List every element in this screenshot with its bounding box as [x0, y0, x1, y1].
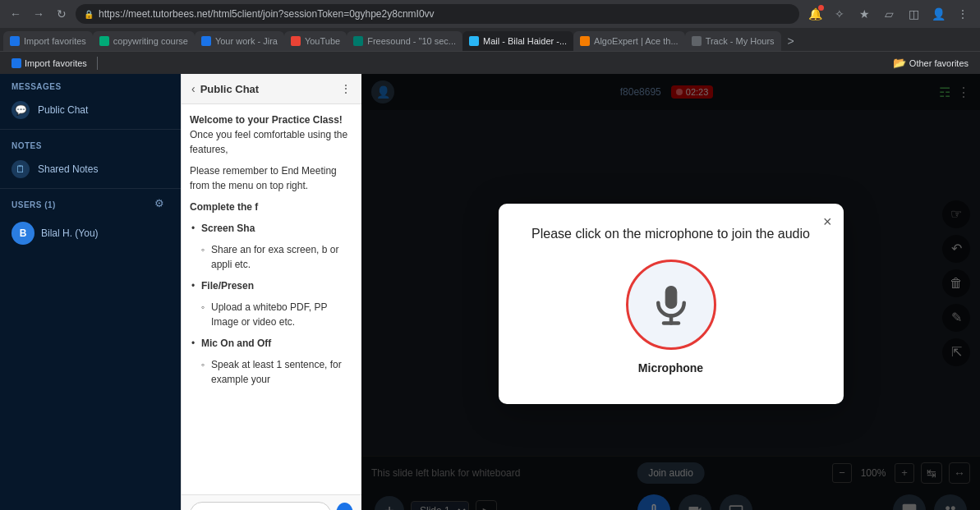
- sidebar-divider-2: [0, 188, 181, 189]
- other-favorites-label: Other favorites: [909, 58, 968, 68]
- tab-label-mail: Mail - Bilal Haider -...: [483, 36, 567, 46]
- lock-icon: 🔒: [84, 10, 94, 19]
- address-bar[interactable]: 🔒 https://meet.tutorbees.net/html5client…: [76, 4, 799, 24]
- tab-jira[interactable]: Your work - Jira: [195, 31, 284, 51]
- profiles-button[interactable]: 👤: [927, 3, 949, 25]
- other-favorites-folder[interactable]: 📂 Other favorites: [888, 55, 973, 71]
- modal-title-text: Please click on the microphone to join t…: [531, 227, 810, 241]
- microphone-label: Microphone: [638, 361, 703, 374]
- tab-favicon-copywriting: [99, 36, 109, 46]
- tab-favicon-freesound: [353, 36, 363, 46]
- tab-favicon-mail: [469, 36, 479, 46]
- chat-msg-screen: Screen Sha: [201, 221, 353, 236]
- chat-msg-file: File/Presen: [201, 278, 353, 293]
- public-chat-icon: 💬: [12, 101, 30, 119]
- tab-freesound[interactable]: Freesound - "10 sec...: [347, 31, 462, 51]
- bookmark-favicon-import: [12, 58, 21, 68]
- app-area: MESSAGES 💬 Public Chat NOTES 🗒 Shared No…: [0, 74, 980, 510]
- tabs-more-button[interactable]: >: [781, 31, 801, 51]
- chat-msg-endmeeting: Please remember to End Meeting from the …: [190, 163, 353, 193]
- chat-input-area: ➤: [182, 494, 361, 510]
- tab-algoexpert[interactable]: AlgoExpert | Ace th...: [573, 31, 685, 51]
- users-section-label: USERS (1): [12, 200, 56, 209]
- bookmark-star-button[interactable]: ★: [853, 3, 875, 25]
- chat-message-input[interactable]: [190, 502, 331, 510]
- microphone-circle-button[interactable]: [626, 260, 716, 350]
- chat-msg-mic: Mic On and Off: [201, 336, 353, 351]
- sidebar-divider-1: [0, 129, 181, 130]
- chat-msg-share: Share an for exa screen, b or appli etc.: [211, 242, 353, 272]
- tab-favicon-trackmyhours: [692, 36, 702, 46]
- tab-favicon-import: [10, 36, 20, 46]
- extensions-button[interactable]: ▱: [878, 3, 899, 25]
- chat-header-left: ‹ Public Chat: [191, 82, 259, 95]
- sidebar: MESSAGES 💬 Public Chat NOTES 🗒 Shared No…: [0, 74, 181, 510]
- chat-title: Public Chat: [200, 83, 260, 95]
- toolbar-icons: 🔔 ✧ ★ ▱ ◫ 👤 ⋮: [804, 3, 973, 25]
- more-options-button[interactable]: ⋮: [952, 3, 973, 25]
- tab-favicon-youtube: [291, 36, 301, 46]
- sidebar-item-public-chat[interactable]: 💬 Public Chat: [0, 94, 181, 126]
- users-settings-gear-icon[interactable]: ⚙: [154, 197, 169, 212]
- tab-label-copywriting: copywriting course: [113, 36, 188, 46]
- reload-button[interactable]: ↻: [53, 5, 71, 23]
- sidebar-item-shared-notes[interactable]: 🗒 Shared Notes: [0, 154, 181, 185]
- chat-msg-welcome: Welcome to your Practice Class! Once you…: [190, 113, 353, 157]
- tab-label-freesound: Freesound - "10 sec...: [367, 36, 456, 46]
- sidebar-shared-notes-label: Shared Notes: [38, 163, 98, 175]
- chat-msg-upload: Upload a whitebo PDF, PP Image or video …: [211, 300, 353, 329]
- modal-close-button[interactable]: ×: [823, 214, 832, 231]
- chat-msg-speak: Speak at least 1 sentence, for example y…: [211, 357, 353, 387]
- tab-favicon-algoexpert: [580, 36, 590, 46]
- back-button[interactable]: ←: [7, 5, 25, 23]
- browser-chrome: ← → ↻ 🔒 https://meet.tutorbees.net/html5…: [0, 0, 980, 51]
- notes-section-header: NOTES: [0, 133, 181, 154]
- browser-toolbar: ← → ↻ 🔒 https://meet.tutorbees.net/html5…: [0, 0, 980, 28]
- svg-rect-0: [665, 286, 677, 308]
- forward-button[interactable]: →: [30, 5, 48, 23]
- tab-import-favorites[interactable]: Import favorites: [3, 31, 93, 51]
- bookmarks-separator: [97, 57, 98, 70]
- chat-send-button[interactable]: ➤: [336, 503, 353, 510]
- tab-label-algoexpert: AlgoExpert | Ace th...: [594, 36, 679, 46]
- shared-notes-icon: 🗒: [12, 160, 30, 178]
- tab-youtube[interactable]: YouTube: [284, 31, 347, 51]
- bookmark-import-favorites[interactable]: Import favorites: [7, 57, 92, 70]
- chat-panel: ‹ Public Chat ⋮ Welcome to your Practice…: [181, 74, 361, 510]
- url-text: https://meet.tutorbees.net/html5client/j…: [99, 8, 435, 20]
- tabs-bar: Import favorites copywriting course Your…: [0, 28, 980, 51]
- bookmarks-bar: Import favorites 📂 Other favorites: [0, 51, 980, 74]
- user-item-bilal: B Bilal H. (You): [0, 217, 181, 250]
- tab-mail[interactable]: Mail - Bilal Haider -...: [462, 31, 573, 51]
- modal-overlay: × Please click on the microphone to join…: [361, 74, 980, 510]
- chat-options-button[interactable]: ⋮: [340, 82, 352, 95]
- messages-section-header: MESSAGES: [0, 74, 181, 94]
- lens-button[interactable]: ✧: [829, 3, 850, 25]
- tab-label-youtube: YouTube: [305, 36, 340, 46]
- notifications-button[interactable]: 🔔: [804, 3, 826, 25]
- chat-back-button[interactable]: ‹: [191, 82, 196, 95]
- tab-trackmyhours[interactable]: Track - My Hours: [685, 31, 781, 51]
- users-header: USERS (1) ⚙: [0, 192, 181, 217]
- microphone-modal: × Please click on the microphone to join…: [499, 204, 844, 404]
- bookmark-label-import: Import favorites: [25, 58, 87, 68]
- user-name-bilal: Bilal H. (You): [41, 227, 99, 239]
- chat-msg-complete: Complete the f: [190, 200, 353, 214]
- tab-favicon-jira: [201, 36, 211, 46]
- tab-search-button[interactable]: ◫: [903, 3, 924, 25]
- tab-label-trackmyhours: Track - My Hours: [706, 36, 775, 46]
- tab-label-jira: Your work - Jira: [215, 36, 278, 46]
- microphone-icon: [649, 283, 693, 327]
- chat-messages: Welcome to your Practice Class! Once you…: [182, 104, 361, 494]
- sidebar-public-chat-label: Public Chat: [38, 104, 88, 116]
- main-content: 👤 f80e8695 02:23 ☶ ⋮ ☞ ↶ 🗑 ✎ ⇱: [361, 74, 980, 510]
- tab-label-import: Import favorites: [24, 36, 86, 46]
- chat-header: ‹ Public Chat ⋮: [182, 74, 361, 104]
- tab-copywriting[interactable]: copywriting course: [93, 31, 195, 51]
- user-avatar-bilal: B: [12, 222, 35, 245]
- folder-icon: 📂: [893, 57, 906, 69]
